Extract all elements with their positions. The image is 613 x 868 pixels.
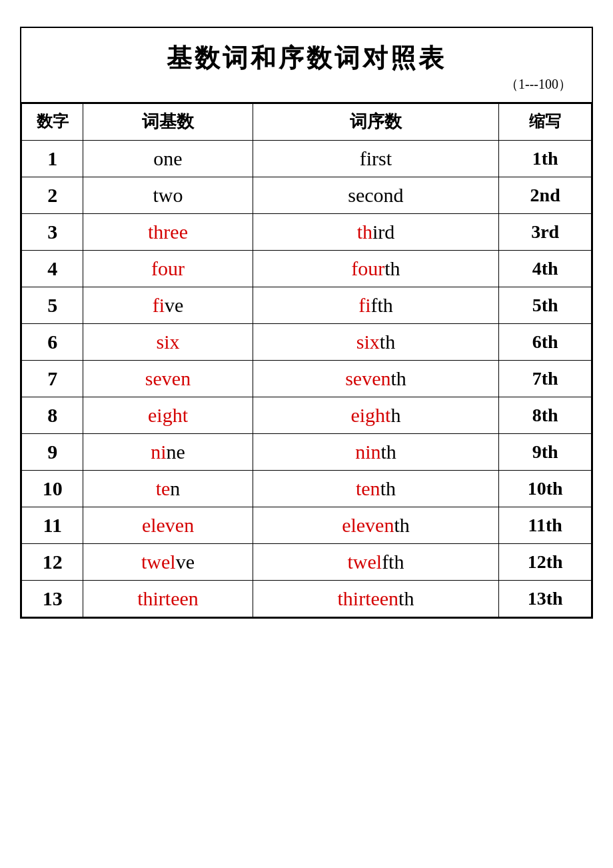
abbr-cell: 6th bbox=[499, 323, 592, 360]
ordinal-cell: second bbox=[253, 177, 499, 213]
abbr-cell: 5th bbox=[499, 287, 592, 323]
cardinal-cell: ten bbox=[83, 470, 253, 507]
ordinal-cell: first bbox=[253, 140, 499, 177]
table-row: 8eighteighth8th bbox=[22, 397, 592, 433]
num-cell: 2 bbox=[22, 177, 83, 213]
ordinal-cell: fifth bbox=[253, 287, 499, 323]
num-cell: 12 bbox=[22, 543, 83, 580]
ordinal-cell: thirteenth bbox=[253, 580, 499, 617]
subtitle: （1---100） bbox=[28, 75, 585, 99]
table-row: 10tententh10th bbox=[22, 470, 592, 507]
ordinal-cell: tenth bbox=[253, 470, 499, 507]
abbr-cell: 9th bbox=[499, 433, 592, 470]
num-cell: 7 bbox=[22, 360, 83, 397]
ordinal-cell: seventh bbox=[253, 360, 499, 397]
num-cell: 4 bbox=[22, 250, 83, 287]
header-cardinal: 词基数 bbox=[83, 104, 253, 141]
table-row: 2twosecond2nd bbox=[22, 177, 592, 213]
table-row: 13thirteenthirteenth13th bbox=[22, 580, 592, 617]
cardinal-cell: two bbox=[83, 177, 253, 213]
cardinal-cell: nine bbox=[83, 433, 253, 470]
ordinal-cell: fourth bbox=[253, 250, 499, 287]
num-cell: 1 bbox=[22, 140, 83, 177]
num-cell: 3 bbox=[22, 213, 83, 250]
table-row: 7sevenseventh7th bbox=[22, 360, 592, 397]
abbr-cell: 1th bbox=[499, 140, 592, 177]
ordinal-cell: twelfth bbox=[253, 543, 499, 580]
num-cell: 8 bbox=[22, 397, 83, 433]
abbr-cell: 7th bbox=[499, 360, 592, 397]
table-header-row: 数字 词基数 词序数 缩写 bbox=[22, 104, 592, 141]
num-cell: 11 bbox=[22, 507, 83, 543]
table-row: 9nineninth9th bbox=[22, 433, 592, 470]
header-num: 数字 bbox=[22, 104, 83, 141]
cardinal-cell: five bbox=[83, 287, 253, 323]
abbr-cell: 12th bbox=[499, 543, 592, 580]
title-section: 基数词和序数词对照表 （1---100） bbox=[21, 28, 592, 103]
cardinal-cell: one bbox=[83, 140, 253, 177]
num-cell: 13 bbox=[22, 580, 83, 617]
num-cell: 5 bbox=[22, 287, 83, 323]
abbr-cell: 8th bbox=[499, 397, 592, 433]
abbr-cell: 4th bbox=[499, 250, 592, 287]
ordinal-cell: ninth bbox=[253, 433, 499, 470]
abbr-cell: 3rd bbox=[499, 213, 592, 250]
abbr-cell: 2nd bbox=[499, 177, 592, 213]
table-row: 11eleveneleventh11th bbox=[22, 507, 592, 543]
comparison-table: 数字 词基数 词序数 缩写 1onefirst1th2twosecond2nd3… bbox=[21, 103, 592, 617]
table-row: 12twelvetwelfth12th bbox=[22, 543, 592, 580]
table-row: 5fivefifth5th bbox=[22, 287, 592, 323]
num-cell: 10 bbox=[22, 470, 83, 507]
cardinal-cell: eleven bbox=[83, 507, 253, 543]
abbr-cell: 13th bbox=[499, 580, 592, 617]
main-title: 基数词和序数词对照表 bbox=[28, 41, 585, 75]
table-row: 6sixsixth6th bbox=[22, 323, 592, 360]
abbr-cell: 11th bbox=[499, 507, 592, 543]
header-abbr: 缩写 bbox=[499, 104, 592, 141]
ordinal-cell: eleventh bbox=[253, 507, 499, 543]
table-row: 1onefirst1th bbox=[22, 140, 592, 177]
cardinal-cell: three bbox=[83, 213, 253, 250]
ordinal-cell: eighth bbox=[253, 397, 499, 433]
cardinal-cell: six bbox=[83, 323, 253, 360]
num-cell: 6 bbox=[22, 323, 83, 360]
header-ordinal: 词序数 bbox=[253, 104, 499, 141]
cardinal-cell: twelve bbox=[83, 543, 253, 580]
abbr-cell: 10th bbox=[499, 470, 592, 507]
cardinal-cell: seven bbox=[83, 360, 253, 397]
table-row: 4fourfourth4th bbox=[22, 250, 592, 287]
table-row: 3threethird3rd bbox=[22, 213, 592, 250]
cardinal-cell: thirteen bbox=[83, 580, 253, 617]
ordinal-cell: third bbox=[253, 213, 499, 250]
main-container: 基数词和序数词对照表 （1---100） 数字 词基数 词序数 缩写 1onef… bbox=[20, 27, 593, 619]
ordinal-cell: sixth bbox=[253, 323, 499, 360]
num-cell: 9 bbox=[22, 433, 83, 470]
cardinal-cell: eight bbox=[83, 397, 253, 433]
cardinal-cell: four bbox=[83, 250, 253, 287]
